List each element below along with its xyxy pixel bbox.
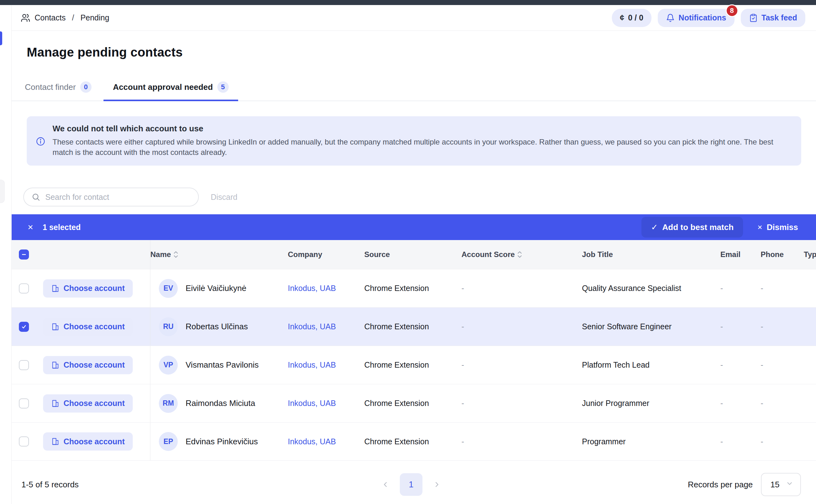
table-header-row: Name Company Source Account Score Job Ti…	[12, 240, 816, 269]
banner-body: These contacts were either captured whil…	[52, 137, 792, 157]
avatar: EP	[159, 432, 178, 451]
table-row: Choose account EV Eivilė Vaičiukynė Inko…	[12, 269, 816, 307]
choose-account-label: Choose account	[63, 399, 124, 408]
tab-bar: Contact finder 0 Account approval needed…	[12, 81, 816, 101]
sort-icon[interactable]	[517, 250, 522, 259]
table-toolbar: Discard	[23, 188, 816, 206]
account-score-value: -	[461, 399, 582, 408]
records-summary: 1-5 of 5 records	[21, 480, 380, 490]
column-header-company: Company	[288, 250, 364, 259]
tab-label: Contact finder	[25, 82, 76, 92]
phone-value: -	[761, 322, 804, 331]
contact-name: Raimondas Miciuta	[185, 398, 255, 408]
banner-title: We could not tell which account to use	[52, 124, 792, 134]
phone-value: -	[761, 360, 804, 370]
job-title-value: Quality Assurance Specialist	[582, 284, 720, 293]
contact-name: Vismantas Pavilonis	[185, 360, 259, 370]
email-value: -	[720, 284, 761, 293]
source-value: Chrome Extension	[364, 399, 461, 408]
row-checkbox[interactable]	[19, 322, 29, 332]
row-checkbox[interactable]	[19, 436, 29, 446]
dismiss-button[interactable]: × Dismiss	[758, 222, 798, 232]
page-title: Manage pending contacts	[12, 31, 816, 59]
company-link[interactable]: Inkodus, UAB	[288, 437, 336, 446]
breadcrumb-pending[interactable]: Pending	[80, 13, 109, 22]
check-icon: ✓	[651, 222, 658, 232]
table-row: Choose account RM Raimondas Miciuta Inko…	[12, 384, 816, 422]
selected-count: 1 selected	[43, 223, 81, 232]
phone-value: -	[761, 284, 804, 293]
sort-icon[interactable]	[173, 250, 178, 259]
contact-name: Edvinas Pinkevičius	[185, 437, 258, 446]
users-icon	[21, 13, 30, 23]
table-row: Choose account VP Vismantas Pavilonis In…	[12, 346, 816, 384]
choose-account-button[interactable]: Choose account	[43, 394, 133, 413]
avatar: RU	[159, 317, 178, 336]
tab-label: Account approval needed	[113, 82, 213, 92]
company-link[interactable]: Inkodus, UAB	[288, 360, 336, 369]
search-box	[23, 188, 199, 206]
records-per-page-select[interactable]: 15	[761, 473, 801, 496]
building-icon	[51, 323, 59, 331]
building-icon	[51, 284, 59, 293]
sidebar-expand-handle[interactable]	[0, 180, 5, 203]
credits-value: 0 / 0	[628, 13, 643, 22]
choose-account-label: Choose account	[63, 322, 124, 331]
search-input[interactable]	[45, 193, 190, 202]
notifications-button[interactable]: Notifications 8	[658, 9, 734, 27]
company-link[interactable]: Inkodus, UAB	[288, 284, 336, 293]
avatar: RM	[159, 394, 178, 413]
column-header-email: Email	[720, 250, 761, 259]
table-body: Choose account EV Eivilė Vaičiukynė Inko…	[12, 269, 816, 461]
phone-value: -	[761, 437, 804, 446]
source-value: Chrome Extension	[364, 322, 461, 331]
notifications-badge: 8	[726, 4, 738, 17]
avatar: EV	[159, 279, 178, 298]
account-score-value: -	[461, 284, 582, 293]
close-icon: ×	[758, 222, 762, 232]
building-icon	[51, 399, 59, 408]
job-title-value: Programmer	[582, 437, 720, 446]
clear-selection-icon[interactable]: ×	[28, 222, 33, 232]
row-checkbox[interactable]	[19, 283, 29, 293]
cent-icon: ¢	[620, 13, 625, 22]
previous-page-button[interactable]	[380, 479, 392, 490]
page-number-button[interactable]: 1	[400, 473, 422, 496]
row-checkbox[interactable]	[19, 398, 29, 408]
tab-contact-finder[interactable]: Contact finder 0	[15, 81, 101, 101]
row-checkbox[interactable]	[19, 360, 29, 370]
selection-bar: × 1 selected ✓ Add to best match × Dismi…	[12, 214, 816, 240]
company-link[interactable]: Inkodus, UAB	[288, 399, 336, 408]
add-to-best-match-button[interactable]: ✓ Add to best match	[642, 217, 743, 238]
job-title-value: Platform Tech Lead	[582, 360, 720, 370]
tab-account-approval-needed[interactable]: Account approval needed 5	[103, 81, 238, 101]
clipboard-icon	[749, 14, 758, 22]
credits-pill[interactable]: ¢ 0 / 0	[612, 9, 652, 27]
records-per-page-value: 15	[770, 480, 780, 490]
column-header-name[interactable]: Name	[150, 250, 288, 259]
choose-account-label: Choose account	[63, 360, 124, 370]
breadcrumb: Contacts / Pending	[21, 13, 109, 23]
account-score-value: -	[461, 360, 582, 370]
source-value: Chrome Extension	[364, 284, 461, 293]
column-header-source: Source	[364, 250, 461, 259]
company-link[interactable]: Inkodus, UAB	[288, 322, 336, 331]
source-value: Chrome Extension	[364, 360, 461, 370]
job-title-value: Junior Programmer	[582, 399, 720, 408]
info-icon	[36, 124, 46, 157]
next-page-button[interactable]	[431, 479, 443, 490]
phone-value: -	[761, 399, 804, 408]
breadcrumb-contacts[interactable]: Contacts	[35, 13, 66, 22]
task-feed-button[interactable]: Task feed	[741, 9, 805, 27]
discard-button[interactable]: Discard	[211, 193, 238, 202]
choose-account-button[interactable]: Choose account	[43, 318, 133, 336]
choose-account-button[interactable]: Choose account	[43, 356, 133, 374]
records-per-page-label: Records per page	[688, 480, 753, 490]
email-value: -	[720, 322, 761, 331]
select-all-checkbox[interactable]	[19, 249, 29, 260]
column-header-account-score[interactable]: Account Score	[461, 250, 582, 259]
choose-account-button[interactable]: Choose account	[43, 279, 133, 298]
choose-account-label: Choose account	[63, 284, 124, 293]
email-value: -	[720, 399, 761, 408]
choose-account-button[interactable]: Choose account	[43, 432, 133, 451]
